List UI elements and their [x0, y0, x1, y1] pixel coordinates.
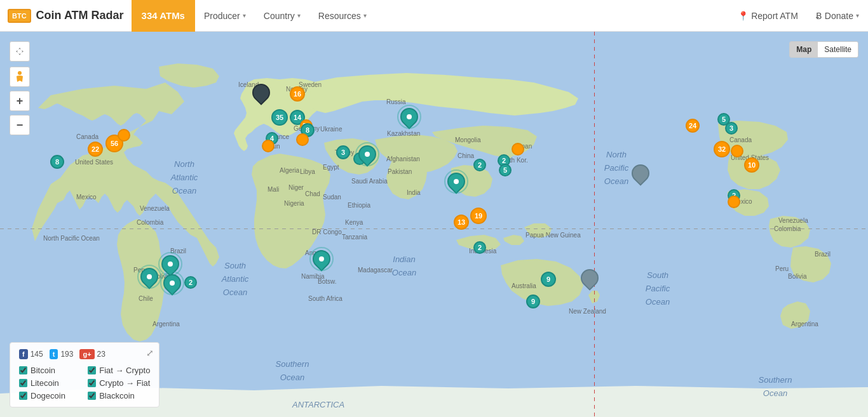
- pan-control[interactable]: [10, 41, 30, 62]
- crypto-fiat-label: Crypto → Fiat: [99, 378, 150, 388]
- atm-marker-aus-e[interactable]: 9: [526, 295, 540, 308]
- pin-marker-latam3[interactable]: [163, 274, 181, 292]
- legend-crypto-fiat[interactable]: Crypto → Fiat: [88, 378, 150, 388]
- producer-label: Producer: [204, 11, 240, 21]
- atm-marker-skorea2[interactable]: 5: [499, 164, 512, 176]
- atm-marker-cn-s[interactable]: 19: [470, 208, 487, 224]
- atm-marker-latam-c[interactable]: 2: [184, 276, 197, 289]
- legend-bitcoin[interactable]: Bitcoin: [19, 366, 81, 375]
- map-type-toggle: Map Satellite: [789, 41, 858, 58]
- report-atm-label: Report ATM: [751, 11, 798, 21]
- nav-donate[interactable]: Ƀ Donate ▾: [807, 0, 868, 32]
- svg-text:ANTARCTICA: ANTARCTICA: [292, 400, 344, 409]
- fiat-crypto-checkbox[interactable]: [88, 366, 96, 374]
- facebook-share-button[interactable]: f 145: [19, 349, 43, 359]
- legend-checkboxes: Bitcoin Fiat → Crypto Litecoin Crypto → …: [19, 366, 150, 400]
- zoom-in-button[interactable]: +: [10, 91, 30, 111]
- country-caret: ▾: [297, 12, 301, 19]
- googleplus-icon: g+: [79, 349, 94, 359]
- legend-blackcoin[interactable]: Blackcoin: [88, 391, 150, 400]
- pin-marker-latam2[interactable]: [161, 255, 179, 273]
- facebook-count: 145: [31, 350, 43, 359]
- producer-caret: ▾: [243, 12, 246, 19]
- atm-marker-turkey[interactable]: 3: [336, 145, 350, 159]
- atm-marker-canada-c[interactable]: 3: [725, 122, 738, 135]
- nav-producer[interactable]: Producer ▾: [195, 0, 255, 32]
- pin-marker-uk[interactable]: [252, 84, 270, 102]
- atm-marker-aus-w[interactable]: 9: [541, 272, 556, 287]
- logo-icon: BTC: [8, 9, 31, 23]
- fiat-crypto-label: Fiat → Crypto: [99, 366, 150, 375]
- atm-marker-canada[interactable]: [118, 129, 130, 142]
- pin-marker-kaz[interactable]: [400, 108, 418, 126]
- donate-icon: Ƀ: [816, 11, 822, 21]
- pin-marker-africa-w[interactable]: [313, 250, 330, 268]
- navbar: BTC Coin ATM Radar 334 ATMs Producer ▾ C…: [0, 0, 868, 32]
- dogecoin-label: Dogecoin: [31, 391, 65, 400]
- atm-marker-cn-e[interactable]: 2: [473, 159, 486, 171]
- atm-marker-us-sw[interactable]: [731, 145, 743, 157]
- crypto-fiat-checkbox[interactable]: [88, 379, 96, 387]
- donate-label: Donate: [825, 11, 853, 21]
- nav-country[interactable]: Country ▾: [255, 0, 309, 32]
- legend-social: f 145 t 193 g+ 23: [19, 349, 150, 359]
- pin-marker-iran[interactable]: [358, 145, 376, 163]
- litecoin-checkbox[interactable]: [19, 379, 27, 387]
- map-type-satellite-button[interactable]: Satellite: [818, 42, 858, 57]
- map-container[interactable]: ANTARCTICA North Atlantic OceanSouth Atl…: [0, 32, 868, 417]
- legend-litecoin[interactable]: Litecoin: [19, 378, 81, 388]
- dogecoin-checkbox[interactable]: [19, 392, 27, 400]
- blackcoin-checkbox[interactable]: [88, 392, 96, 400]
- legend-expand-button[interactable]: ⤢: [146, 348, 154, 358]
- map-type-map-button[interactable]: Map: [790, 42, 818, 57]
- zoom-out-button[interactable]: −: [10, 115, 30, 135]
- svg-point-2: [18, 71, 22, 75]
- atm-marker-canada-w[interactable]: 24: [686, 119, 700, 133]
- legend-fiat-crypto[interactable]: Fiat → Crypto: [88, 366, 150, 375]
- site-title: Coin ATM Radar: [36, 9, 124, 22]
- nav-report-atm[interactable]: 📍 Report ATM: [729, 0, 807, 32]
- atm-marker-uk-cluster[interactable]: 35: [271, 109, 288, 126]
- atm-marker-mexico[interactable]: [728, 195, 740, 208]
- atm-marker-us-west[interactable]: 8: [50, 155, 64, 169]
- bitcoin-label: Bitcoin: [31, 366, 55, 375]
- atm-marker-it[interactable]: [296, 133, 309, 146]
- googleplus-count: 23: [97, 350, 105, 359]
- resources-caret: ▾: [363, 12, 367, 19]
- twitter-count: 193: [60, 350, 73, 359]
- map-controls: + −: [10, 41, 30, 135]
- litecoin-label: Litecoin: [31, 378, 59, 388]
- person-control[interactable]: [10, 67, 30, 87]
- blackcoin-label: Blackcoin: [99, 391, 135, 400]
- atm-count-badge[interactable]: 334 ATMs: [132, 0, 195, 32]
- nav-resources[interactable]: Resources ▾: [309, 0, 376, 32]
- resources-label: Resources: [318, 11, 361, 21]
- atm-marker-cn-c[interactable]: 13: [454, 215, 469, 230]
- twitter-share-button[interactable]: t 193: [50, 349, 74, 359]
- pin-marker-cn-w[interactable]: [447, 173, 465, 190]
- country-label: Country: [264, 11, 295, 21]
- atm-marker-indonesia[interactable]: 2: [473, 241, 486, 254]
- atm-marker-us-w2[interactable]: 32: [714, 141, 730, 157]
- atm-marker-japan[interactable]: [512, 143, 524, 156]
- twitter-icon: t: [50, 349, 58, 359]
- atm-marker-es[interactable]: [262, 140, 275, 152]
- legend-panel: ⤢ f 145 t 193 g+ 23 Bitcoin Fiat → Crypt: [10, 342, 159, 407]
- facebook-icon: f: [19, 349, 28, 359]
- googleplus-share-button[interactable]: g+ 23: [79, 349, 105, 359]
- donate-caret: ▾: [856, 12, 859, 19]
- report-atm-icon: 📍: [738, 11, 749, 21]
- atm-marker-us-se[interactable]: 10: [744, 157, 759, 173]
- atm-marker-us-mid[interactable]: 22: [88, 142, 103, 157]
- pin-marker-pacific-c[interactable]: [632, 164, 649, 182]
- bitcoin-checkbox[interactable]: [19, 366, 27, 374]
- atm-marker-scandinavia[interactable]: 16: [290, 86, 305, 102]
- legend-dogecoin[interactable]: Dogecoin: [19, 391, 81, 400]
- logo-area: BTC Coin ATM Radar: [0, 9, 132, 23]
- pin-marker-nz[interactable]: [581, 269, 599, 287]
- pin-marker-latam[interactable]: [140, 268, 158, 286]
